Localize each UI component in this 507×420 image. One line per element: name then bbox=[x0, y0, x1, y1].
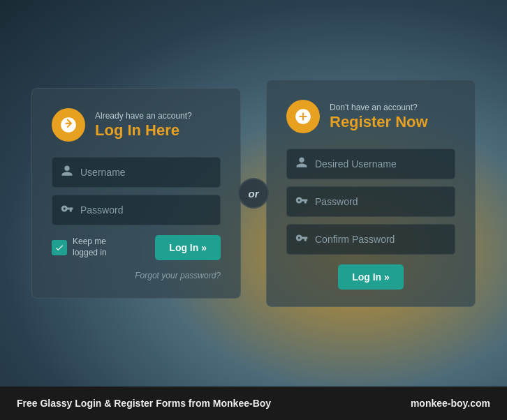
register-icon bbox=[286, 100, 320, 133]
register-user-icon bbox=[295, 156, 308, 172]
login-actions: Keep melogged in Log In » bbox=[52, 235, 221, 260]
arrow-right-icon bbox=[59, 116, 78, 134]
keep-logged-label: Keep melogged in bbox=[73, 237, 107, 258]
main-area: Already have an account? Log In Here bbox=[0, 0, 507, 387]
footer-url: monkee-boy.com bbox=[411, 398, 490, 409]
confirm-password-input[interactable] bbox=[315, 234, 446, 245]
keep-logged-checkbox[interactable] bbox=[52, 240, 67, 255]
or-divider: or bbox=[238, 178, 269, 209]
footer-text: Free Glassy Login & Register Forms from … bbox=[17, 398, 271, 409]
forgot-password-container: Forgot your password? bbox=[52, 269, 221, 281]
plus-icon bbox=[294, 107, 312, 126]
keep-logged-container: Keep melogged in bbox=[52, 237, 107, 258]
footer-bar: Free Glassy Login & Register Forms from … bbox=[0, 387, 507, 420]
register-key-icon bbox=[295, 194, 308, 209]
forms-container: Already have an account? Log In Here bbox=[31, 80, 476, 307]
register-password-group bbox=[286, 186, 455, 217]
login-subtitle: Already have an account? bbox=[95, 111, 192, 121]
register-header: Don't have an account? Register Now bbox=[286, 100, 455, 133]
confirm-key-icon bbox=[295, 232, 308, 247]
register-header-text: Don't have an account? Register Now bbox=[330, 103, 428, 130]
desired-username-input[interactable] bbox=[315, 158, 446, 170]
login-card: Already have an account? Log In Here bbox=[31, 88, 241, 299]
login-header-text: Already have an account? Log In Here bbox=[95, 111, 192, 139]
register-title: Register Now bbox=[330, 114, 428, 130]
username-group bbox=[52, 157, 221, 188]
register-password-input[interactable] bbox=[315, 196, 446, 207]
register-subtitle: Don't have an account? bbox=[330, 103, 428, 112]
desired-username-group bbox=[286, 149, 455, 179]
register-card: Don't have an account? Register Now bbox=[266, 80, 476, 307]
key-icon bbox=[61, 202, 73, 218]
login-header: Already have an account? Log In Here bbox=[52, 108, 221, 142]
user-icon bbox=[61, 165, 73, 180]
forgot-password-link[interactable]: Forgot your password? bbox=[135, 271, 221, 280]
password-input[interactable] bbox=[80, 204, 212, 216]
username-input[interactable] bbox=[80, 167, 212, 178]
password-group bbox=[52, 195, 221, 225]
confirm-password-group bbox=[286, 224, 455, 255]
login-title: Log In Here bbox=[95, 122, 192, 139]
login-icon bbox=[52, 108, 85, 142]
register-btn-container: Log In » bbox=[286, 264, 455, 290]
register-button[interactable]: Log In » bbox=[338, 264, 404, 290]
login-button[interactable]: Log In » bbox=[155, 235, 221, 260]
